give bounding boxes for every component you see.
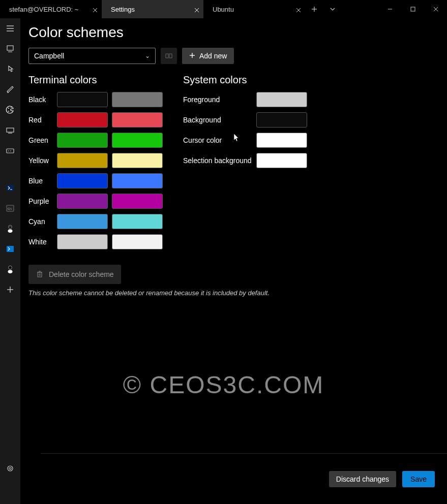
system-color-row: Background — [183, 112, 307, 128]
system-color-row: Cursor color — [183, 133, 307, 148]
color-swatch-bright[interactable] — [112, 153, 163, 168]
rename-scheme-button — [161, 48, 177, 64]
svg-point-57 — [8, 270, 13, 273]
system-color-label: Selection background — [183, 156, 256, 165]
profile-ubuntu-icon[interactable] — [5, 224, 15, 234]
color-label: Red — [28, 116, 53, 124]
minimize-button[interactable] — [378, 0, 401, 18]
profile-azure-icon[interactable] — [5, 244, 15, 254]
color-swatch-normal[interactable] — [57, 133, 108, 148]
close-icon[interactable] — [194, 7, 199, 12]
svg-rect-66 — [38, 272, 42, 277]
tab-terminal-2[interactable]: Ubuntu — [203, 0, 305, 18]
svg-point-61 — [9, 467, 11, 469]
system-color-row: Foreground — [183, 92, 307, 107]
actions-icon[interactable] — [5, 145, 15, 155]
color-swatch-normal[interactable] — [57, 214, 108, 229]
interaction-icon[interactable] — [5, 64, 15, 74]
color-swatch-normal[interactable] — [57, 173, 108, 188]
color-swatch-bright[interactable] — [112, 112, 163, 128]
save-button[interactable]: Save — [402, 471, 435, 487]
color-swatch-bright[interactable] — [112, 234, 163, 249]
color-swatch-bright[interactable] — [112, 214, 163, 229]
tab-label: Ubuntu — [213, 6, 234, 13]
footer: Discard changes Save — [41, 453, 447, 504]
svg-point-40 — [8, 108, 9, 109]
startup-icon[interactable] — [5, 44, 15, 54]
appearance-icon[interactable] — [5, 84, 15, 94]
scheme-selected-label: Campbell — [34, 52, 64, 60]
color-swatch-bright[interactable] — [112, 194, 163, 209]
menu-icon[interactable] — [5, 23, 15, 34]
color-label: Green — [28, 136, 53, 144]
color-swatch-normal[interactable] — [57, 194, 108, 209]
terminal-color-row: Blue — [28, 173, 163, 188]
scheme-note: This color scheme cannot be deleted or r… — [28, 289, 439, 297]
gear-icon[interactable] — [5, 463, 15, 474]
terminal-color-row: Black — [28, 92, 163, 107]
titlebar: stefan@OVERLORD: ~ Settings Ubuntu — [0, 0, 447, 18]
close-icon[interactable] — [93, 7, 98, 12]
plus-icon — [189, 52, 195, 60]
terminal-color-row: Cyan — [28, 214, 163, 229]
color-label: Black — [28, 96, 53, 104]
discard-button[interactable]: Discard changes — [329, 471, 396, 487]
profile-powershell-icon[interactable] — [5, 183, 15, 193]
color-schemes-icon[interactable] — [5, 105, 15, 115]
chevron-down-icon: ⌄ — [145, 52, 150, 59]
color-swatch-bright[interactable] — [112, 173, 163, 188]
page-title: Color schemes — [28, 24, 439, 41]
color-label: White — [28, 238, 53, 246]
svg-rect-31 — [411, 7, 415, 11]
rendering-icon[interactable] — [5, 125, 15, 135]
tab-label: Settings — [111, 6, 135, 13]
system-color-label: Foreground — [183, 96, 256, 104]
color-label: Purple — [28, 197, 53, 205]
delete-scheme-label: Delete color scheme — [49, 270, 114, 278]
tab-settings[interactable]: Settings — [102, 0, 203, 18]
system-colors-column: System colors Foreground Background Curs… — [183, 74, 307, 255]
svg-text:C:\: C:\ — [8, 207, 12, 210]
system-color-swatch[interactable] — [256, 133, 307, 148]
close-window-button[interactable] — [424, 0, 447, 18]
profile-cmd-icon[interactable]: C:\ — [5, 203, 15, 213]
system-color-swatch[interactable] — [256, 153, 307, 168]
terminal-color-row: Red — [28, 112, 163, 128]
system-color-swatch[interactable] — [256, 92, 307, 107]
settings-sidebar: C:\ — [0, 18, 20, 504]
color-swatch-bright[interactable] — [112, 133, 163, 148]
svg-rect-37 — [7, 46, 13, 50]
terminal-color-row: Purple — [28, 194, 163, 209]
color-label: Yellow — [28, 156, 53, 165]
terminal-color-row: White — [28, 234, 163, 249]
svg-rect-43 — [7, 128, 14, 132]
system-color-swatch[interactable] — [256, 112, 307, 128]
close-icon[interactable] — [296, 7, 301, 12]
terminal-colors-column: Terminal colors Black Red Green Yellow B… — [28, 74, 163, 255]
terminal-color-row: Green — [28, 133, 163, 148]
color-swatch-normal[interactable] — [57, 112, 108, 128]
add-new-button[interactable]: Add new — [182, 48, 234, 64]
system-color-label: Background — [183, 116, 256, 124]
svg-point-41 — [8, 111, 9, 112]
system-color-label: Cursor color — [183, 136, 256, 144]
svg-point-51 — [9, 225, 12, 229]
color-swatch-bright[interactable] — [112, 92, 163, 107]
svg-point-42 — [11, 107, 12, 108]
color-swatch-normal[interactable] — [57, 153, 108, 168]
svg-point-52 — [8, 229, 13, 233]
tab-terminal-1[interactable]: stefan@OVERLORD: ~ — [0, 0, 102, 18]
add-profile-icon[interactable] — [5, 285, 15, 295]
scheme-select[interactable]: Campbell ⌄ — [28, 48, 156, 64]
profile-wsl-icon[interactable] — [5, 264, 15, 274]
new-tab-dropdown[interactable] — [323, 0, 342, 18]
trash-icon — [36, 270, 44, 279]
delete-scheme-button: Delete color scheme — [28, 265, 121, 284]
tab-label: stefan@OVERLORD: ~ — [9, 6, 78, 13]
new-tab-button[interactable] — [305, 0, 323, 18]
svg-rect-48 — [7, 185, 14, 191]
maximize-button[interactable] — [401, 0, 424, 18]
svg-point-56 — [9, 266, 12, 269]
color-swatch-normal[interactable] — [57, 92, 108, 107]
color-swatch-normal[interactable] — [57, 234, 108, 249]
